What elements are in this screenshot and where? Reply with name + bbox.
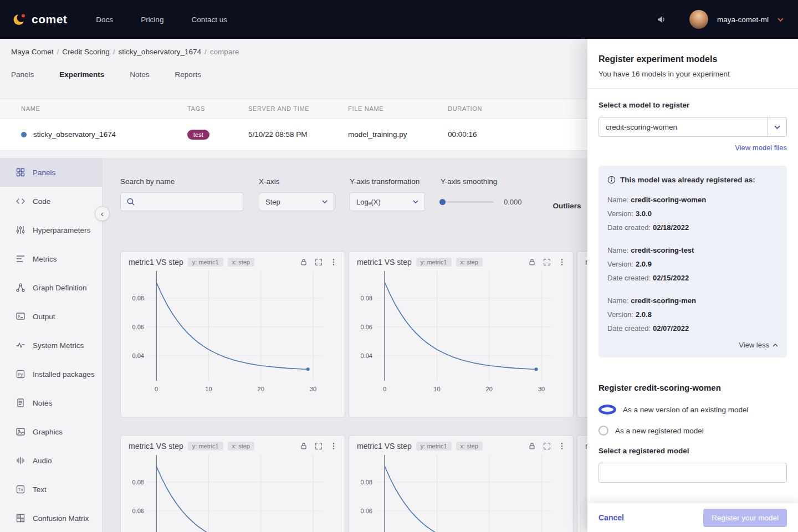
comet-logo[interactable]: comet (12, 12, 67, 27)
sidebar-item-output[interactable]: Output (0, 302, 102, 331)
installed-packages-icon: Py (16, 369, 25, 379)
hyperparameters-icon (16, 225, 25, 235)
smoothing-value: 0.000 (504, 198, 522, 206)
registered-models-list: Name:credit-scoring-womenVersion:3.0.0Da… (607, 193, 778, 335)
tab-panels[interactable]: Panels (11, 70, 34, 79)
expand-icon[interactable] (543, 258, 551, 267)
breadcrumb-item[interactable]: compare (210, 48, 239, 56)
axis-chip: x: step (456, 258, 483, 267)
registered-model-select[interactable] (598, 463, 787, 483)
sidebar-item-audio[interactable]: Audio (0, 446, 102, 475)
lock-icon[interactable] (528, 258, 536, 267)
search-input-field[interactable] (140, 198, 243, 206)
nav-link-docs[interactable]: Docs (96, 16, 113, 24)
column-header-file-name[interactable]: FILE NAME (348, 105, 448, 112)
chevron-down-icon (413, 200, 418, 203)
sidebar: PanelsCodeHyperparametersMetricsGraph De… (0, 158, 103, 532)
y-axis-smoothing-label: Y-axis smoothing (441, 177, 522, 186)
sidebar-item-label: Hyperparameters (33, 226, 90, 234)
axis-chip: y: metric1 (416, 442, 452, 451)
drawer-footer: Cancel Register your model (587, 503, 798, 532)
search-icon (126, 197, 135, 206)
register-option-as-a-new-registered-model[interactable]: As a new registered model (598, 426, 787, 436)
sidebar-item-installed-packages[interactable]: PyInstalled packages (0, 360, 102, 388)
chart-title: metric1 VS step (357, 442, 412, 451)
user-menu[interactable]: maya-comet-ml (717, 16, 769, 24)
expand-icon[interactable] (314, 442, 323, 451)
slider-knob[interactable] (439, 199, 446, 205)
lock-icon[interactable] (299, 258, 308, 267)
tab-notes[interactable]: Notes (130, 70, 149, 79)
kebab-menu-icon[interactable] (557, 258, 566, 267)
axis-chip: y: metric1 (188, 258, 223, 267)
breadcrumb-item[interactable]: Credit Scoring (62, 48, 110, 56)
view-model-files-link[interactable]: View model files (735, 144, 787, 152)
lock-icon[interactable] (299, 442, 308, 451)
sidebar-item-hyperparameters[interactable]: Hyperparameters (0, 216, 102, 244)
sidebar-item-code[interactable]: Code (0, 187, 102, 216)
sidebar-collapse-button[interactable]: ‹ (95, 206, 110, 221)
confusion-matrix-icon (16, 513, 25, 523)
column-header-tags[interactable]: TAGS (187, 105, 248, 112)
model-version: 2.0.8 (636, 310, 652, 319)
chart-panel: metric1 VS stepy: metric1x: step0.040.06… (349, 435, 574, 532)
nav-link-pricing[interactable]: Pricing (141, 16, 163, 24)
chevron-down-icon[interactable] (777, 18, 784, 22)
field-label: Name: (607, 296, 628, 305)
sidebar-item-notes[interactable]: Notes (0, 388, 102, 417)
search-input[interactable] (120, 192, 243, 211)
sidebar-item-confusion-matrix[interactable]: Confusion Matrix (0, 504, 102, 532)
kebab-menu-icon[interactable] (557, 442, 566, 451)
sidebar-item-graph-definition[interactable]: Graph Definition (0, 273, 102, 302)
expand-icon[interactable] (314, 258, 323, 267)
sidebar-item-label: Notes (33, 399, 52, 407)
axis-chip: x: step (228, 258, 254, 267)
breadcrumb-item[interactable]: sticky_observatory_1674 (119, 48, 201, 56)
sidebar-item-text[interactable]: TnText (0, 475, 102, 504)
server-and-time: 5/10/22 08:58 PM (248, 130, 348, 139)
model-select[interactable]: credit-scoring-women (598, 117, 787, 137)
svg-text:0.08: 0.08 (361, 479, 372, 485)
y-axis-transformation-select[interactable]: Logₑ(X) (350, 192, 425, 211)
sidebar-item-label: Graphics (33, 428, 63, 436)
register-model-button[interactable]: Register your model (703, 509, 787, 527)
radio-selected-icon[interactable] (598, 405, 616, 415)
kebab-menu-icon[interactable] (329, 258, 338, 267)
field-label: Version: (607, 209, 633, 218)
kebab-menu-icon[interactable] (329, 442, 338, 451)
model-date: 02/07/2022 (653, 324, 689, 332)
column-header-duration[interactable]: DURATION (448, 105, 559, 112)
sidebar-item-system-metrics[interactable]: System Metrics (0, 331, 102, 360)
sidebar-item-graphics[interactable]: Graphics (0, 417, 102, 446)
radio-unselected-icon[interactable] (598, 426, 608, 436)
sidebar-item-metrics[interactable]: Metrics (0, 244, 102, 273)
nav-link-contact-us[interactable]: Contact us (191, 16, 227, 24)
register-option-as-a-new-version-of-an-existing-model[interactable]: As a new version of an existing model (598, 405, 787, 415)
lock-icon[interactable] (528, 442, 536, 451)
expand-icon[interactable] (543, 442, 551, 451)
notes-icon (16, 398, 25, 408)
registered-model-entry: Name:credit-scoring-menVersion:2.0.8Date… (607, 294, 778, 335)
smoothing-slider[interactable] (441, 201, 494, 203)
cancel-button[interactable]: Cancel (598, 513, 624, 522)
column-header-name[interactable]: NAME (21, 105, 187, 112)
svg-text:Py: Py (18, 372, 23, 377)
x-axis-select[interactable]: Step (259, 192, 334, 211)
sidebar-item-panels[interactable]: Panels (0, 158, 102, 187)
brand-text: comet (32, 13, 67, 26)
breadcrumb-item[interactable]: Maya Comet (11, 48, 54, 56)
megaphone-icon[interactable] (656, 14, 666, 24)
line-chart: 0.040.060.080102030 (121, 267, 330, 398)
axis-chip: y: metric1 (188, 442, 223, 451)
avatar[interactable] (689, 10, 708, 29)
nav-right: maya-comet-ml (656, 10, 784, 29)
already-registered-info: This model was already registered as: Na… (598, 166, 787, 357)
tab-experiments[interactable]: Experiments (59, 70, 104, 79)
model-select-value: credit-scoring-women (606, 123, 677, 131)
tab-reports[interactable]: Reports (175, 70, 201, 79)
column-header-server-and-time[interactable]: SERVER AND TIME (248, 105, 348, 112)
svg-text:0.08: 0.08 (361, 295, 372, 301)
view-less-link[interactable]: View less (739, 341, 778, 349)
model-version: 3.0.0 (636, 209, 652, 218)
model-date: 02/15/2022 (653, 274, 689, 282)
